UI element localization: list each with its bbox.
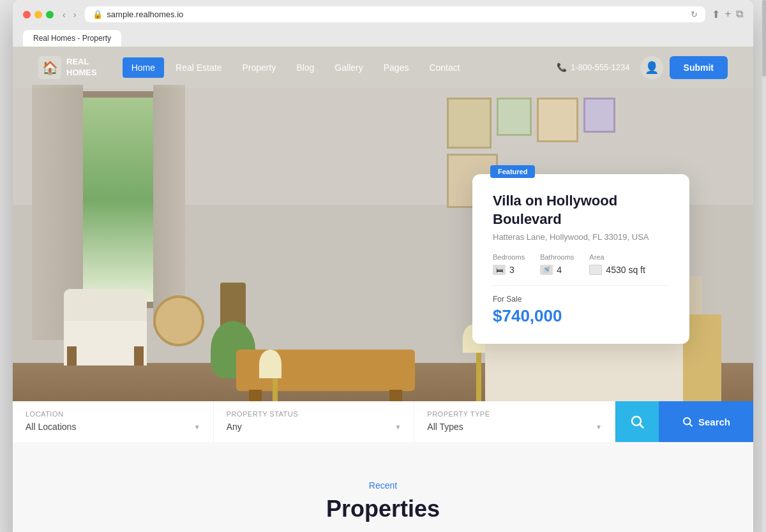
curtain-right: [153, 85, 185, 327]
address-bar[interactable]: 🔒 sample.realhomes.io ↻: [85, 6, 705, 22]
location-select[interactable]: All Locations ▼: [26, 422, 200, 432]
site-content: 🏠 REAL HOMES Home Real Estate Property B…: [13, 47, 753, 532]
tab-title: Real Homes - Property: [33, 34, 111, 43]
url-text: sample.realhomes.io: [107, 10, 183, 19]
user-button[interactable]: 👤: [640, 56, 663, 79]
browser-window: ‹ › 🔒 sample.realhomes.io ↻ ⬆ + ⧉ Real H…: [13, 0, 753, 532]
armchair: [64, 289, 147, 366]
location-chevron-icon: ▼: [194, 424, 200, 431]
bedrooms-label: Bedrooms: [493, 253, 525, 261]
location-value: All Locations: [26, 422, 76, 432]
user-icon: 👤: [645, 61, 659, 75]
status-label: Property Status: [227, 410, 402, 418]
minimize-dot[interactable]: [34, 11, 42, 18]
type-chevron-icon: ▼: [596, 424, 602, 431]
nav-real-estate[interactable]: Real Estate: [167, 57, 230, 78]
search-icon-button[interactable]: [615, 401, 659, 442]
area-value: 4530 sq ft: [589, 265, 645, 275]
property-card: Featured Villa on Hollywood Boulevard Ha…: [472, 174, 689, 344]
nav-gallery[interactable]: Gallery: [326, 57, 372, 78]
area-icon: [589, 265, 602, 275]
close-dot[interactable]: [23, 11, 31, 18]
logo[interactable]: 🏠 REAL HOMES: [38, 56, 97, 79]
property-title: Villa on Hollywood Boulevard: [493, 192, 669, 228]
status-field[interactable]: Property Status Any ▼: [214, 401, 415, 442]
svg-point-2: [684, 418, 691, 425]
forward-button[interactable]: ›: [71, 8, 79, 21]
nav-contact[interactable]: Contact: [420, 57, 469, 78]
svg-line-1: [640, 425, 643, 429]
browser-chrome: ‹ › 🔒 sample.realhomes.io ↻ ⬆ + ⧉ Real H…: [13, 0, 753, 47]
nav-menu: Home Real Estate Property Blog Gallery P…: [123, 57, 546, 78]
property-stats: Bedrooms 🛏 3 Bathrooms 🚿 4: [493, 253, 669, 275]
lock-icon: 🔒: [93, 10, 103, 19]
below-fold-section: Recent Properties: [13, 442, 753, 532]
status-value: Any: [227, 422, 242, 432]
logo-text: REAL HOMES: [66, 57, 97, 78]
bath-icon: 🚿: [540, 265, 553, 275]
nav-home[interactable]: Home: [123, 57, 164, 78]
type-select[interactable]: All Types ▼: [427, 422, 602, 432]
area-stat: Area 4530 sq ft: [589, 253, 645, 275]
share-icon[interactable]: ⬆: [712, 8, 720, 20]
phone-icon: 📞: [557, 63, 567, 72]
side-table: [153, 295, 204, 346]
browser-dots: [23, 11, 54, 18]
location-label: Location: [26, 410, 200, 418]
bedrooms-stat: Bedrooms 🛏 3: [493, 253, 525, 275]
search-button[interactable]: Search: [659, 401, 753, 442]
navbar: 🏠 REAL HOMES Home Real Estate Property B…: [13, 47, 753, 88]
nav-property[interactable]: Property: [233, 57, 285, 78]
submit-button[interactable]: Submit: [670, 56, 728, 79]
phone-text: 1-800-555-1234: [571, 63, 630, 72]
reload-icon[interactable]: ↻: [691, 10, 698, 19]
svg-point-0: [632, 417, 641, 425]
svg-line-3: [689, 424, 692, 426]
type-label: Property Type: [427, 410, 602, 418]
back-button[interactable]: ‹: [60, 8, 68, 21]
active-tab[interactable]: Real Homes - Property: [23, 30, 121, 47]
lamp-left: [268, 350, 282, 378]
tabs-icon[interactable]: ⧉: [736, 8, 743, 20]
bathrooms-label: Bathrooms: [540, 253, 574, 261]
area-label: Area: [589, 253, 645, 261]
new-tab-icon[interactable]: +: [725, 8, 731, 20]
browser-toolbar: ‹ › 🔒 sample.realhomes.io ↻ ⬆ + ⧉: [23, 6, 743, 22]
browser-nav: ‹ ›: [60, 8, 79, 21]
search-button-label: Search: [698, 417, 730, 427]
status-chevron-icon: ▼: [394, 424, 401, 431]
search-bar: Location All Locations ▼ Property Status…: [13, 401, 753, 442]
bathrooms-value: 🚿 4: [540, 265, 574, 275]
nav-pages[interactable]: Pages: [375, 57, 418, 78]
phone-number: 📞 1-800-555-1234: [557, 63, 630, 72]
browser-tabs: Real Homes - Property: [23, 27, 743, 47]
status-select[interactable]: Any ▼: [227, 422, 402, 432]
type-field[interactable]: Property Type All Types ▼: [414, 401, 615, 442]
bathrooms-stat: Bathrooms 🚿 4: [540, 253, 574, 275]
logo-icon: 🏠: [38, 56, 61, 79]
bed-icon: 🛏: [493, 265, 506, 275]
sale-status: For Sale: [493, 295, 669, 304]
location-field[interactable]: Location All Locations ▼: [13, 401, 214, 442]
maximize-dot[interactable]: [46, 11, 54, 18]
property-address: Hatteras Lane, Hollywood, FL 33019, USA: [493, 232, 669, 242]
card-divider: [493, 285, 669, 286]
property-price: $740,000: [493, 306, 669, 326]
section-recent-label: Recent: [38, 480, 728, 491]
browser-actions: ⬆ + ⧉: [712, 8, 743, 20]
hero-section: 🏠 REAL HOMES Home Real Estate Property B…: [13, 47, 753, 442]
type-value: All Types: [427, 422, 463, 432]
featured-badge: Featured: [490, 165, 535, 178]
section-properties-title: Properties: [38, 496, 728, 522]
bedrooms-value: 🛏 3: [493, 265, 525, 275]
nav-blog[interactable]: Blog: [287, 57, 323, 78]
